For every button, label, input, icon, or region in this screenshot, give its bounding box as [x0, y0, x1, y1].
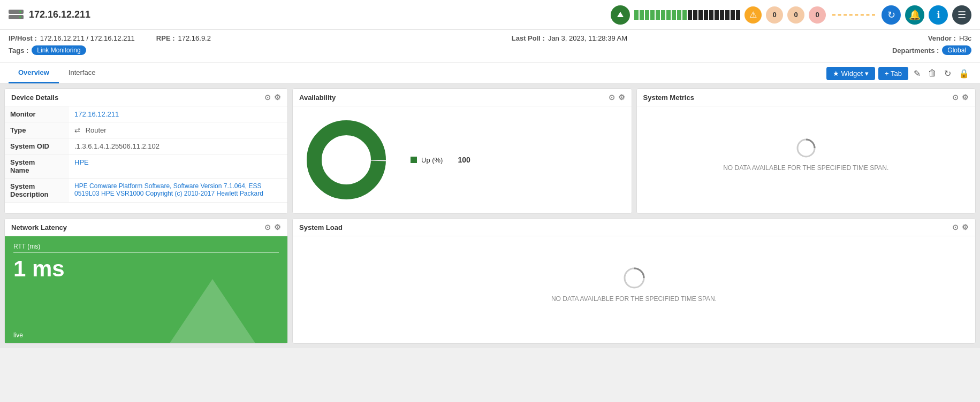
main-content: Device Details ⊙ ⚙ Monitor 172.16.12.211…: [0, 84, 980, 348]
svg-point-3: [19, 16, 21, 18]
departments-item: Departments : Global: [892, 45, 971, 55]
network-latency-header: Network Latency ⊙ ⚙: [5, 219, 287, 236]
bar-black-3: [698, 10, 703, 20]
bar-green-2: [640, 10, 644, 20]
bar-green-8: [672, 10, 676, 20]
system-load-help-icon[interactable]: ⊙: [952, 223, 959, 231]
system-desc-label: SystemDescription: [5, 179, 69, 203]
last-poll-item: Last Poll : Jan 3, 2023, 11:28:39 AM: [512, 34, 627, 42]
type-value: ⇄ Router: [69, 122, 287, 138]
badge-count-1: 0: [766, 6, 783, 24]
system-metrics-title: System Metrics: [643, 94, 694, 102]
monitor-value[interactable]: 172.16.12.211: [69, 106, 287, 122]
svg-point-2: [19, 11, 21, 13]
top-bar: 172.16.12.211: [0, 0, 980, 30]
bar-green-6: [661, 10, 665, 20]
device-details-title: Device Details: [11, 94, 58, 102]
system-load-icons: ⊙ ⚙: [952, 223, 969, 231]
bar-black-7: [720, 10, 724, 20]
system-oid-value: .1.3.6.1.4.1.25506.11.2.102: [69, 138, 287, 154]
bar-green-4: [650, 10, 655, 20]
alert-triangle-badge[interactable]: ⚠: [745, 6, 762, 24]
tab-interface[interactable]: Interface: [59, 63, 105, 83]
edit-icon-button[interactable]: ✎: [911, 66, 923, 81]
network-latency-gear-icon[interactable]: ⚙: [274, 223, 281, 231]
bar-green-5: [656, 10, 660, 20]
refresh-icon: ↻: [887, 9, 895, 21]
menu-button[interactable]: ☰: [952, 5, 971, 25]
vendor-item: Vendor : H3c: [928, 34, 971, 42]
last-poll-value: Jan 3, 2023, 11:28:39 AM: [548, 34, 627, 42]
bandwidth-bars: [634, 10, 740, 20]
bar-black-9: [731, 10, 735, 20]
ip-host-item: IP/Host : 172.16.12.211 / 172.16.12.211: [9, 34, 135, 42]
ip-address-title: 172.16.12.211: [29, 9, 90, 20]
network-latency-content: RTT (ms) 1 ms live: [5, 236, 287, 343]
refresh-tab-button[interactable]: ↻: [942, 66, 953, 81]
ip-host-label: IP/Host :: [9, 34, 37, 42]
system-load-header: System Load ⊙ ⚙: [293, 219, 975, 236]
tags-value[interactable]: Link Monitoring: [32, 45, 86, 55]
availability-content: Up (%) 100: [293, 106, 632, 213]
tab-overview[interactable]: Overview: [9, 63, 59, 83]
bar-green-9: [677, 10, 681, 20]
up-status-button[interactable]: [611, 5, 630, 25]
system-desc-row: SystemDescription HPE Comware Platform S…: [5, 179, 287, 203]
tabs-bar: Overview Interface ★ Widget ▾ + Tab ✎ 🗑 …: [0, 63, 980, 84]
refresh-button[interactable]: ↻: [882, 5, 901, 25]
device-details-gear-icon[interactable]: ⚙: [274, 93, 281, 102]
availability-icons: ⊙ ⚙: [609, 93, 625, 102]
vendor-label: Vendor :: [928, 34, 956, 42]
bar-green-10: [682, 10, 687, 20]
departments-value[interactable]: Global: [942, 45, 971, 55]
availability-panel: Availability ⊙ ⚙ Up (%) 100: [292, 88, 632, 214]
vendor-value: H3c: [959, 34, 971, 42]
system-metrics-gear-icon[interactable]: ⚙: [962, 93, 969, 102]
network-latency-title: Network Latency: [11, 223, 67, 231]
lock-icon-button[interactable]: 🔒: [956, 66, 971, 81]
tags-item: Tags : Link Monitoring: [9, 45, 86, 55]
server-icon: [9, 10, 24, 20]
system-oid-row: System OID .1.3.6.1.4.1.25506.11.2.102: [5, 138, 287, 154]
network-latency-panel: Network Latency ⊙ ⚙ RTT (ms) 1 ms live: [4, 218, 288, 344]
availability-help-icon[interactable]: ⊙: [609, 93, 615, 102]
device-details-table: Monitor 172.16.12.211 Type ⇄ Router Syst…: [5, 106, 287, 203]
monitor-row: Monitor 172.16.12.211: [5, 106, 287, 122]
widget-star-icon: ★: [833, 69, 839, 78]
svg-point-7: [323, 136, 370, 183]
system-metrics-no-data: NO DATA AVAILABLE FOR THE SPECIFIED TIME…: [637, 106, 976, 203]
delete-icon-button[interactable]: 🗑: [926, 66, 939, 80]
bell-button[interactable]: 🔔: [905, 5, 924, 25]
system-desc-value: HPE Comware Platform Software, Software …: [69, 179, 287, 203]
type-row: Type ⇄ Router: [5, 122, 287, 138]
device-details-header: Device Details ⊙ ⚙: [5, 89, 287, 106]
rpe-label: RPE :: [156, 34, 175, 42]
system-load-gear-icon[interactable]: ⚙: [962, 223, 969, 231]
network-latency-icons: ⊙ ⚙: [264, 223, 281, 231]
system-metrics-help-icon[interactable]: ⊙: [952, 93, 959, 102]
system-metrics-header: System Metrics ⊙ ⚙: [637, 89, 976, 106]
system-name-label: SystemName: [5, 154, 69, 179]
info-button[interactable]: ℹ: [929, 5, 948, 25]
legend-up-value: 100: [458, 156, 470, 164]
up-arrow-icon: [616, 11, 625, 19]
tags-label: Tags :: [9, 47, 28, 55]
system-name-row: SystemName HPE: [5, 154, 287, 179]
system-load-spinner-icon: [622, 266, 646, 290]
device-details-help-icon[interactable]: ⊙: [264, 93, 271, 102]
system-metrics-icons: ⊙ ⚙: [952, 93, 969, 102]
add-tab-button[interactable]: + Tab: [878, 67, 908, 80]
legend-up-dot: [411, 157, 417, 163]
menu-icon: ☰: [958, 9, 966, 21]
latency-triangle-decoration: [170, 279, 255, 343]
device-details-icons: ⊙ ⚙: [264, 93, 281, 102]
bar-black-4: [704, 10, 708, 20]
availability-gear-icon[interactable]: ⚙: [618, 93, 625, 102]
info-row-1: IP/Host : 172.16.12.211 / 172.16.12.211 …: [9, 34, 971, 42]
system-metrics-panel: System Metrics ⊙ ⚙ NO DATA AVAILABLE FOR…: [636, 88, 976, 214]
system-name-value: HPE: [69, 154, 287, 179]
widget-button[interactable]: ★ Widget ▾: [826, 67, 875, 80]
network-latency-help-icon[interactable]: ⊙: [264, 223, 271, 231]
system-load-no-data: NO DATA AVAILABLE FOR THE SPECIFIED TIME…: [293, 236, 975, 333]
bar-green-1: [634, 10, 639, 20]
